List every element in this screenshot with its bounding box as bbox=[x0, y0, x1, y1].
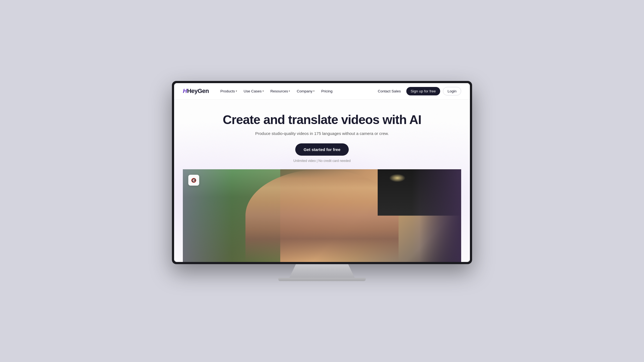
navbar: HHeyGen Products ▾ Use Cases ▾ Resources… bbox=[174, 83, 470, 99]
hero-section: Create and translate videos with AI Prod… bbox=[174, 99, 470, 262]
nav-links: Products ▾ Use Cases ▾ Resources ▾ Compa… bbox=[218, 88, 375, 95]
logo[interactable]: HHeyGen bbox=[183, 88, 209, 95]
chevron-down-icon: ▾ bbox=[313, 90, 315, 92]
screen-inner: HHeyGen Products ▾ Use Cases ▾ Resources… bbox=[174, 83, 470, 262]
chevron-down-icon: ▾ bbox=[289, 90, 290, 92]
nav-item-resources[interactable]: Resources ▾ bbox=[268, 88, 293, 95]
video-light bbox=[389, 174, 406, 182]
login-button[interactable]: Login bbox=[443, 87, 461, 95]
logo-text: HHeyGen bbox=[183, 88, 209, 95]
hero-note: Unlimited video | No credit card needed bbox=[183, 159, 461, 163]
signup-button[interactable]: Sign up for free bbox=[406, 87, 440, 95]
contact-sales-button[interactable]: Contact Sales bbox=[375, 88, 404, 95]
nav-item-products[interactable]: Products ▾ bbox=[218, 88, 240, 95]
nav-item-pricing[interactable]: Pricing bbox=[318, 88, 335, 95]
nav-item-use-cases[interactable]: Use Cases ▾ bbox=[241, 88, 267, 95]
chevron-down-icon: ▾ bbox=[236, 90, 237, 92]
monitor-base bbox=[278, 278, 366, 281]
mute-button[interactable]: 🔇 bbox=[188, 175, 199, 186]
mute-icon: 🔇 bbox=[191, 178, 196, 183]
chevron-down-icon: ▾ bbox=[263, 90, 264, 92]
video-player: 🔇 bbox=[183, 169, 461, 262]
nav-right: Contact Sales Sign up for free Login bbox=[375, 87, 461, 95]
hero-title: Create and translate videos with AI bbox=[183, 113, 461, 127]
monitor-wrapper: HHeyGen Products ▾ Use Cases ▾ Resources… bbox=[172, 81, 472, 281]
hero-subtitle: Produce studio-quality videos in 175 lan… bbox=[183, 131, 461, 136]
monitor-stand bbox=[289, 264, 355, 278]
video-person bbox=[246, 169, 399, 262]
monitor-screen: HHeyGen Products ▾ Use Cases ▾ Resources… bbox=[172, 81, 472, 264]
nav-item-company[interactable]: Company ▾ bbox=[294, 88, 317, 95]
cta-button[interactable]: Get started for free bbox=[295, 143, 348, 156]
video-dark-right bbox=[419, 169, 461, 262]
